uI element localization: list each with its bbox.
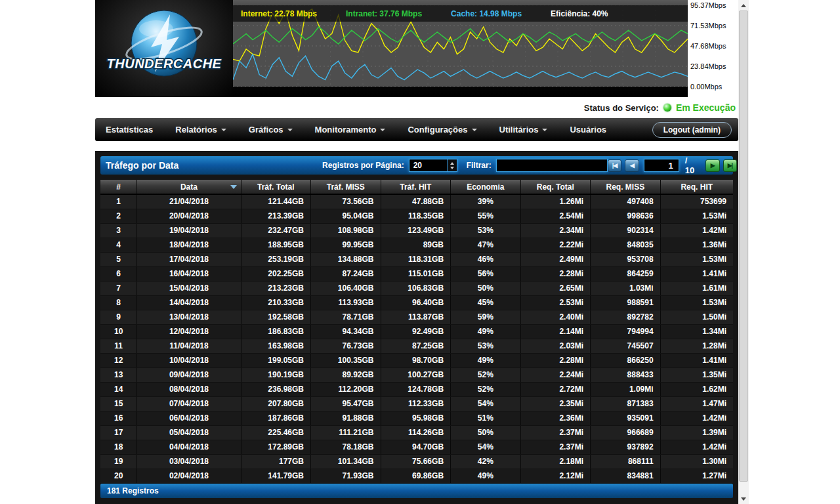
table-cell: 6	[100, 266, 137, 281]
table-cell: 937892	[591, 440, 661, 454]
table-row[interactable]: 2002/04/2018141.79GB71.93GB69.86GB49%2.1…	[100, 469, 733, 483]
column-header-req-total[interactable]: Req. Total	[520, 180, 591, 194]
status-running-icon	[663, 104, 671, 112]
table-row[interactable]: 1408/04/2018236.98GB112.20GB124.78GB52%2…	[100, 382, 733, 396]
table-row[interactable]: 616/04/2018202.25GB87.24GB115.01GB56%2.2…	[100, 266, 733, 281]
table-row[interactable]: 1606/04/2018187.86GB91.88GB95.98GB51%2.3…	[100, 411, 733, 425]
table-cell: 100.35GB	[311, 353, 381, 368]
table-cell: 96.40GB	[381, 295, 451, 310]
table-cell: 42%	[451, 454, 521, 469]
table-cell: 177GB	[241, 454, 311, 469]
table-row[interactable]: 814/04/2018210.33GB113.93GB96.40GB45%2.5…	[100, 295, 733, 310]
table-cell: 2.12Mi	[520, 469, 591, 483]
last-page-icon: ▶|	[728, 162, 732, 169]
column-header-req-hit[interactable]: Req. HIT	[660, 180, 733, 194]
table-row[interactable]: 1012/04/2018186.83GB94.34GB92.49GB49%2.1…	[100, 324, 733, 339]
first-page-button[interactable]: |◀	[608, 159, 622, 172]
table-cell: 15	[100, 396, 137, 411]
nav-item-monitoramento[interactable]: Monitoramento	[315, 125, 386, 135]
table-row[interactable]: 319/04/2018232.47GB108.98GB123.49GB53%2.…	[100, 223, 733, 238]
table-row[interactable]: 1210/04/2018199.05GB100.35GB98.70GB49%2.…	[100, 353, 733, 368]
table-row[interactable]: 1507/04/2018207.80GB95.47GB112.33GB54%2.…	[100, 396, 733, 411]
next-page-button[interactable]: ▶	[705, 159, 720, 172]
column-header-economia[interactable]: Economia	[451, 180, 521, 194]
table-row[interactable]: 418/04/2018188.95GB99.95GB89GB47%2.22Mi8…	[100, 238, 733, 252]
table-row[interactable]: 220/04/2018213.39GB95.04GB118.35GB55%2.5…	[100, 209, 733, 223]
column-header-traf-hit[interactable]: Tráf. HIT	[381, 180, 451, 194]
table-cell: 186.83GB	[241, 324, 311, 339]
table-row[interactable]: 1111/04/2018163.98GB76.73GB87.25GB53%2.0…	[100, 339, 733, 353]
prev-page-button[interactable]: ◀	[625, 159, 639, 172]
table-cell: 49%	[451, 353, 521, 368]
table-cell: 112.33GB	[381, 396, 451, 411]
logo-text: THUNDERCACHE	[107, 56, 222, 71]
table-cell: 73.56GB	[311, 194, 381, 209]
table-cell: 47%	[451, 238, 521, 252]
chevron-down-icon	[472, 129, 477, 131]
table-row[interactable]: 1804/04/2018172.89GB78.18GB94.70GB54%2.3…	[100, 440, 733, 454]
nav-item-usuarios[interactable]: Usuários	[570, 125, 606, 135]
pagination: |◀ ◀ / 10 ▶ ▶|	[608, 156, 737, 175]
record-count: 181 Registros	[107, 486, 159, 495]
page-number-input[interactable]	[644, 159, 679, 172]
arrow-down-icon	[741, 497, 746, 501]
table-row[interactable]: 121/04/2018121.44GB73.56GB47.88GB39%1.26…	[100, 194, 733, 209]
table-cell: 753699	[660, 194, 733, 209]
table-cell: 888433	[591, 368, 661, 382]
scrollbar-thumb[interactable]	[739, 10, 748, 482]
nav-item-relatorios[interactable]: Relatórios	[175, 125, 226, 135]
table-row[interactable]: 715/04/2018213.23GB106.40GB106.83GB50%2.…	[100, 281, 733, 295]
scroll-up-button[interactable]	[738, 0, 749, 10]
table-cell: 113.87GB	[381, 310, 451, 324]
nav-item-graficos[interactable]: Gráficos	[249, 125, 293, 135]
column-header-label: Economia	[467, 182, 504, 192]
table-cell: 09/04/2018	[137, 368, 241, 382]
nav-item-estatisticas[interactable]: Estatísticas	[106, 125, 153, 135]
column-header-data[interactable]: Data	[137, 180, 241, 194]
table-cell: 54%	[451, 440, 521, 454]
column-header-[interactable]: #	[100, 180, 137, 194]
column-header-label: Data	[180, 182, 198, 192]
table-cell: 2	[100, 209, 137, 223]
table-cell: 59%	[451, 310, 521, 324]
table-cell: 966689	[591, 425, 661, 440]
table-row[interactable]: 517/04/2018253.19GB134.88GB118.31GB46%2.…	[100, 252, 733, 266]
table-cell: 111.21GB	[311, 425, 381, 440]
filter-input[interactable]	[496, 159, 608, 172]
table-cell: 50%	[451, 281, 521, 295]
table-cell: 78.18GB	[311, 440, 381, 454]
table-cell: 12	[100, 353, 137, 368]
table-row[interactable]: 1309/04/2018190.19GB89.92GB100.27GB52%2.…	[100, 368, 733, 382]
table-cell: 871383	[591, 396, 661, 411]
per-page-input[interactable]	[409, 159, 457, 172]
table-cell: 225.46GB	[241, 425, 311, 440]
table-cell: 15/04/2018	[137, 281, 241, 295]
scroll-down-button[interactable]	[738, 494, 749, 504]
table-cell: 02/04/2018	[137, 469, 241, 483]
nav-item-label: Usuários	[570, 125, 606, 135]
table-row[interactable]: 1705/04/2018225.46GB111.21GB114.26GB50%2…	[100, 425, 733, 440]
table-row[interactable]: 1903/04/2018177GB101.34GB75.66GB42%2.18M…	[100, 454, 733, 469]
spinner-down-icon	[450, 167, 454, 169]
table-row[interactable]: 913/04/2018192.58GB78.71GB113.87GB59%2.4…	[100, 310, 733, 324]
table-cell: 2.03Mi	[520, 339, 591, 353]
per-page-spinner[interactable]	[447, 159, 457, 171]
table-cell: 89GB	[381, 238, 451, 252]
logout-button[interactable]: Logout (admin)	[652, 122, 732, 138]
vertical-scrollbar[interactable]	[738, 0, 749, 504]
table-cell: 1	[100, 194, 137, 209]
last-page-button[interactable]: ▶|	[723, 159, 738, 172]
table-cell: 89.92GB	[311, 368, 381, 382]
table-cell: 745507	[591, 339, 661, 353]
table-cell: 232.47GB	[241, 223, 311, 238]
nav-item-utilitarios[interactable]: Utilitários	[499, 125, 548, 135]
table-cell: 1.42Mi	[660, 223, 733, 238]
column-header-traf-miss[interactable]: Tráf. MISS	[311, 180, 381, 194]
table-cell: 2.24Mi	[520, 368, 591, 382]
spinner-up-icon	[450, 162, 454, 165]
column-header-traf-total[interactable]: Tráf. Total	[241, 180, 311, 194]
nav-item-configuracoes[interactable]: Configurações	[408, 125, 476, 135]
table-cell: 12/04/2018	[137, 324, 241, 339]
column-header-req-miss[interactable]: Req. MISS	[591, 180, 661, 194]
per-page-value[interactable]	[410, 159, 447, 171]
